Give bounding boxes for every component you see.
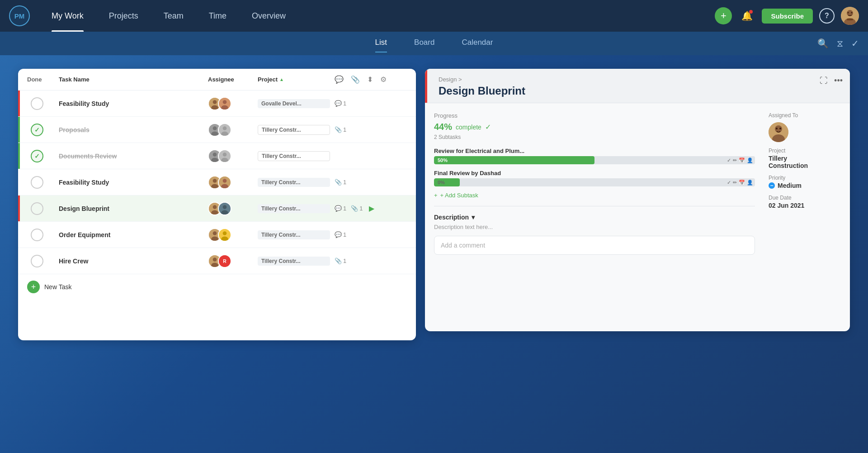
project-tag-cell: Tillery Constr...: [258, 178, 330, 187]
task-name[interactable]: Order Equipment: [59, 231, 203, 238]
row-icons: 💬 1 📎 1 ▶: [335, 204, 407, 213]
expand-icon[interactable]: ⛶: [820, 76, 828, 86]
add-button[interactable]: +: [715, 7, 732, 24]
filter-icon[interactable]: ⧖: [837, 38, 843, 49]
help-button[interactable]: ?: [819, 8, 835, 24]
project-tag[interactable]: Tillery Constr...: [258, 151, 330, 161]
col-header-project[interactable]: Project ▲: [258, 76, 330, 83]
description-chevron-icon[interactable]: ▾: [472, 214, 475, 221]
top-nav: PM My Work Projects Team Time Overview +…: [0, 0, 868, 32]
done-checkbox[interactable]: [31, 97, 43, 110]
svg-point-50: [776, 128, 778, 129]
table-row[interactable]: Design Blueprint Tillery Constr... 💬 1: [18, 196, 416, 222]
done-checkbox[interactable]: [31, 202, 43, 215]
attachment-icon: 📎: [335, 257, 342, 264]
priority-badge[interactable]: − Medium: [769, 182, 841, 189]
done-checkbox[interactable]: [31, 255, 43, 267]
table-row: Hire Crew R Tillery Constr... 📎 1: [18, 248, 416, 274]
subtask-edit-icon[interactable]: ✏: [733, 180, 737, 186]
nav-projects[interactable]: Projects: [96, 0, 151, 32]
subtask-check-icon[interactable]: ✓: [727, 157, 731, 163]
assignee-avatars: [208, 176, 253, 189]
new-task-button[interactable]: +: [27, 281, 40, 293]
new-task-label[interactable]: New Task: [44, 283, 71, 291]
logo[interactable]: PM: [9, 5, 30, 26]
subtask-assign-icon[interactable]: 👤: [747, 180, 753, 186]
nav-overview[interactable]: Overview: [239, 0, 298, 32]
nav-my-work[interactable]: My Work: [39, 0, 96, 32]
table-row: Feasibility Study Tillery Constr... 📎 1: [18, 169, 416, 196]
subtask-check-icon[interactable]: ✓: [727, 180, 731, 186]
nav-links: My Work Projects Team Time Overview: [39, 0, 298, 32]
detail-left: Progress 44% complete ✓ 2 Subtasks: [434, 112, 755, 255]
svg-point-22: [223, 153, 227, 157]
tab-calendar[interactable]: Calendar: [462, 38, 493, 49]
table-row: Order Equipment Tillery Constr... 💬 1: [18, 222, 416, 248]
project-tag[interactable]: Tillery Constr...: [258, 178, 330, 187]
nav-team[interactable]: Team: [151, 0, 196, 32]
description-section: Description ▾ Description text here...: [434, 214, 755, 230]
add-subtask-button[interactable]: + + Add Subtask: [434, 192, 755, 199]
comment-input[interactable]: Add a comment: [434, 236, 755, 255]
project-tag[interactable]: Tillery Constr...: [258, 125, 330, 135]
subtask-edit-icon[interactable]: ✏: [733, 157, 737, 163]
task-name[interactable]: Hire Crew: [59, 257, 203, 265]
priority-label: Priority: [769, 175, 841, 181]
svg-point-28: [223, 179, 227, 183]
avatar: [218, 97, 231, 110]
done-checkbox[interactable]: [31, 229, 43, 241]
subtask-calendar-icon[interactable]: 📅: [739, 180, 745, 186]
notifications-button[interactable]: 🔔: [738, 7, 755, 24]
row-icons: 📎 1: [335, 257, 407, 264]
project-tag[interactable]: Tillery Constr...: [258, 257, 330, 266]
subtask-name[interactable]: Review for Electrical and Plum...: [434, 148, 755, 154]
comment-col-icon[interactable]: 💬: [335, 75, 344, 84]
description-header[interactable]: Description ▾: [434, 214, 755, 221]
project-tag-cell: Tillery Constr...: [258, 230, 330, 239]
project-tag[interactable]: Govalle Devel...: [258, 99, 330, 108]
tab-list[interactable]: List: [375, 38, 387, 49]
subtask-assign-icon[interactable]: 👤: [747, 157, 753, 163]
comment-icon: 💬: [335, 205, 342, 212]
check-icon[interactable]: ✓: [851, 38, 859, 49]
svg-point-5: [851, 12, 853, 14]
attachment-col-icon[interactable]: 📎: [351, 75, 360, 84]
project-tag-cell: Tillery Constr...: [258, 204, 330, 213]
subtask-item: Review for Electrical and Plum... 50% ✓ …: [434, 148, 755, 164]
description-text: Description text here...: [434, 224, 755, 230]
subtask-name[interactable]: Final Review by Dashad: [434, 170, 755, 176]
attachment-icon: 📎: [335, 126, 342, 133]
task-list-panel: Done Task Name Assignee Project ▲ 💬 📎 ⬍ …: [18, 69, 416, 340]
done-checkbox[interactable]: [31, 124, 43, 136]
tab-board[interactable]: Board: [414, 38, 434, 49]
col-header-icons: 💬 📎 ⬍ ⚙: [335, 75, 407, 84]
task-name[interactable]: Documents Review: [59, 153, 203, 160]
project-tag[interactable]: Tillery Constr...: [258, 230, 330, 239]
nav-time[interactable]: Time: [196, 0, 239, 32]
subtask-count: 2 Subtasks: [434, 134, 755, 140]
new-task-row[interactable]: + New Task: [18, 274, 416, 300]
task-name[interactable]: Feasibility Study: [59, 100, 203, 107]
project-value[interactable]: Tillery Construction: [769, 155, 841, 169]
subscribe-button[interactable]: Subscribe: [762, 9, 813, 24]
due-date-value[interactable]: 02 Jun 2021: [769, 202, 841, 209]
done-checkbox[interactable]: [31, 176, 43, 189]
sort-arrow-icon: ▲: [279, 77, 284, 82]
user-avatar[interactable]: [841, 7, 859, 25]
subtask-calendar-icon[interactable]: 📅: [739, 157, 745, 163]
task-name[interactable]: Design Blueprint: [59, 205, 203, 212]
task-name[interactable]: Feasibility Study: [59, 179, 203, 186]
task-name[interactable]: Proposals: [59, 126, 203, 134]
subtask-bar-fill: [434, 156, 594, 164]
more-options-icon[interactable]: •••: [834, 76, 843, 86]
row-border: [18, 91, 20, 116]
sort-col-icon[interactable]: ⬍: [367, 75, 373, 84]
settings-col-icon[interactable]: ⚙: [380, 75, 387, 84]
priority-info: Priority − Medium: [769, 175, 841, 189]
done-checkbox[interactable]: [31, 150, 43, 162]
svg-point-13: [213, 126, 217, 130]
priority-minus-icon: −: [770, 183, 773, 188]
assigned-avatar[interactable]: [769, 122, 788, 142]
search-icon[interactable]: 🔍: [817, 38, 829, 49]
project-tag[interactable]: Tillery Constr...: [258, 204, 330, 213]
